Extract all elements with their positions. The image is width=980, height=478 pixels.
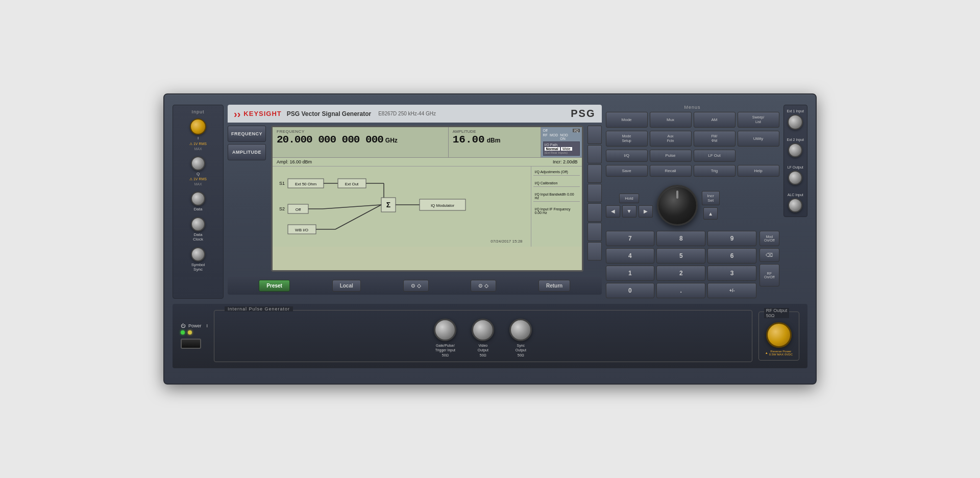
- sign-btn[interactable]: +/-: [707, 283, 756, 298]
- screen-menu-btn-3[interactable]: [587, 164, 602, 183]
- local-button[interactable]: Local: [332, 280, 361, 292]
- numpad-section: 7 8 9 4 5 6 1 2 3 0 . +/- ModOn/Off ⌫ RF…: [606, 231, 779, 298]
- connector-i[interactable]: [190, 118, 206, 135]
- utility-btn[interactable]: Utility: [738, 131, 779, 147]
- sweep-list-btn[interactable]: Sweep/List: [738, 112, 779, 128]
- num-9[interactable]: 9: [707, 231, 756, 246]
- connector-q[interactable]: [191, 156, 205, 171]
- num-7[interactable]: 7: [606, 231, 655, 246]
- connector-i-group: I ⚠ 1V RMS MAX: [176, 118, 220, 151]
- num-1[interactable]: 1: [606, 266, 655, 281]
- hold-btn[interactable]: Hold: [619, 194, 639, 203]
- up-arrow-btn[interactable]: ▲: [703, 207, 718, 220]
- connector-i-warning: ⚠ 1V RMS: [189, 142, 207, 146]
- lf-out-btn[interactable]: LF Out: [694, 150, 736, 162]
- recall-btn[interactable]: Recall: [650, 165, 692, 177]
- left-arrow-btn[interactable]: ◀: [606, 205, 620, 218]
- symbol-btn-2[interactable]: ⊙ ◇: [471, 280, 496, 292]
- power-led-green: [181, 330, 185, 334]
- numpad-grid: 7 8 9 4 5 6 1 2 3 0 . +/-: [606, 231, 757, 298]
- pulse-gen-section: Internal Pulse Generator Gate/Pulse/Trig…: [214, 310, 752, 362]
- iq-btn[interactable]: I/Q: [606, 150, 648, 162]
- connector-dataclock-label: DataClock: [193, 232, 203, 242]
- num-2[interactable]: 2: [656, 266, 705, 281]
- screen-menu-btn-2[interactable]: [587, 145, 602, 163]
- iq-adj-label: I/Q Adjustments (Off): [533, 169, 580, 176]
- lf-output-connector[interactable]: [788, 171, 802, 185]
- wb-io-text: WB I/O: [295, 228, 308, 232]
- alc-input-group: ALC Input: [788, 193, 803, 212]
- mod-on-off-btn[interactable]: ModOn/Off: [760, 231, 779, 246]
- menu-row-1: Mode Mux AM Sweep/List: [606, 112, 779, 128]
- ext2-connector[interactable]: [788, 143, 802, 157]
- num-0[interactable]: 0: [606, 283, 655, 298]
- center-section: ›› KEYSIGHT PSG Vector Signal Generator …: [228, 105, 602, 295]
- freq-label: FREQUENCY: [277, 129, 444, 134]
- help-btn[interactable]: Help: [738, 165, 779, 177]
- left-panel: Input I ⚠ 1V RMS MAX Q ⚠ 1V RMS MAX Data: [173, 105, 224, 299]
- lf-output-label: LF Output: [788, 165, 803, 169]
- diamond-icon-1: ◇: [417, 283, 421, 289]
- trig-btn[interactable]: Trig: [694, 165, 736, 177]
- symbol-btn-1[interactable]: ⊙ ◇: [403, 280, 429, 292]
- right-arrow-btn[interactable]: ▶: [639, 205, 653, 218]
- incr-set-btn[interactable]: IncrSet: [702, 191, 720, 205]
- mod-on-label: NODON: [560, 133, 568, 140]
- ext2-label: Ext 2 Input: [787, 138, 804, 141]
- video-output-connector[interactable]: [472, 319, 494, 341]
- screen-menu-btn-7[interactable]: [587, 242, 602, 260]
- screen-menu-btn-4[interactable]: [587, 184, 602, 202]
- am-btn[interactable]: AM: [694, 112, 736, 128]
- screen-menu-btn-6[interactable]: [587, 223, 602, 241]
- menus-title: Menus: [606, 105, 779, 110]
- ext1-connector[interactable]: [788, 114, 803, 130]
- aux-fctn-btn[interactable]: AuxFctn: [650, 131, 692, 147]
- backspace-btn[interactable]: ⌫: [760, 248, 779, 262]
- pulse-btn[interactable]: Pulse: [650, 150, 692, 162]
- connector-symbolsync[interactable]: [191, 247, 205, 261]
- amplitude-button[interactable]: AMPLITUDE: [228, 144, 266, 160]
- frequency-button[interactable]: FREQUENCY: [228, 126, 266, 142]
- mode-setup-btn[interactable]: ModeSetup: [606, 131, 648, 147]
- pulse-connectors-row: Gate/Pulse/Trigger Input50Ω VideoOutput5…: [220, 315, 746, 357]
- sync-output-connector[interactable]: [509, 319, 532, 341]
- screen-inner: FREQUENCY 20.000 000 000 000 GHz AMPLITU…: [273, 127, 582, 270]
- connector-data[interactable]: [191, 192, 205, 206]
- connector-dataclock[interactable]: [191, 217, 205, 231]
- mux-btn[interactable]: Mux: [650, 112, 692, 128]
- power-switch[interactable]: [181, 339, 201, 349]
- off-text: Off: [296, 207, 301, 212]
- display-screen: FREQUENCY 20.000 000 000 000 GHz AMPLITU…: [271, 126, 583, 272]
- freq-value: 20.000 000 000 000: [277, 134, 383, 146]
- rf-on-off-btn[interactable]: RFOn/Off: [760, 264, 779, 286]
- num-5[interactable]: 5: [656, 248, 705, 264]
- menus-section: Menus Mode Mux AM Sweep/List ModeSetup A…: [606, 105, 779, 180]
- screen-menu-btn-5[interactable]: [587, 203, 602, 222]
- return-button[interactable]: Return: [538, 280, 570, 292]
- num-dot[interactable]: .: [656, 283, 705, 298]
- rf-output-connector[interactable]: [766, 322, 792, 348]
- num-4[interactable]: 4: [606, 248, 655, 264]
- main-knob[interactable]: [657, 185, 698, 226]
- iq-bw-label: I/Q Input Bandwidth 0.00 Hz: [533, 191, 580, 202]
- psg-label: PSG: [571, 108, 595, 119]
- gate-pulse-label: Gate/Pulse/Trigger Input50Ω: [435, 343, 455, 357]
- alc-input-connector[interactable]: [788, 198, 802, 212]
- power-label: ⏻ Power I: [181, 323, 208, 328]
- gate-pulse-connector[interactable]: [434, 319, 456, 341]
- preset-button[interactable]: Preset: [259, 280, 290, 292]
- fm-phim-btn[interactable]: FM/ΦM: [694, 131, 736, 147]
- screen-menu-btn-1[interactable]: [587, 126, 602, 144]
- right-panel: Menus Mode Mux AM Sweep/List ModeSetup A…: [606, 105, 779, 298]
- num-6[interactable]: 6: [707, 248, 756, 264]
- power-section: ⏻ Power I: [181, 323, 208, 349]
- num-3[interactable]: 3: [707, 266, 756, 281]
- circle-icon-1: ⊙: [411, 283, 415, 289]
- mode-btn[interactable]: Mode: [606, 112, 648, 128]
- save-btn[interactable]: Save: [606, 165, 648, 177]
- num-8[interactable]: 8: [656, 231, 705, 246]
- screen-side-buttons: [587, 126, 602, 260]
- incr-section: IncrSet ▲: [702, 191, 720, 220]
- ext50-text: Ext 50 Ohm: [295, 182, 317, 186]
- down-arrow-btn[interactable]: ▼: [622, 205, 636, 218]
